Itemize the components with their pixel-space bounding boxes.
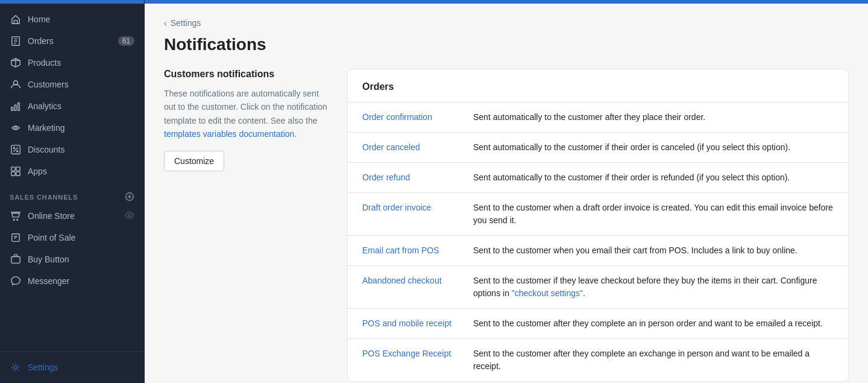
orders-icon [10, 35, 22, 47]
products-icon [10, 57, 22, 69]
sidebar-item-home[interactable]: Home [0, 8, 144, 30]
svg-point-11 [13, 147, 14, 148]
sidebar-label-apps: Apps [28, 166, 47, 176]
draft-order-invoice-link[interactable]: Draft order invoice [362, 201, 459, 227]
svg-rect-16 [16, 172, 20, 176]
svg-point-8 [14, 127, 17, 129]
sidebar-label-online-store: Online Store [28, 211, 75, 221]
two-col-layout: Customers notifications These notificati… [164, 69, 849, 382]
checkout-settings-link[interactable]: "checkout settings" [512, 288, 583, 298]
sidebar-label-buy-button: Buy Button [28, 255, 69, 264]
customers-notifications-title: Customers notifications [164, 69, 333, 80]
page-title: Notifications [164, 35, 849, 54]
pos-exchange-receipt-desc: Sent to the customer after they complete… [473, 347, 834, 373]
store-icon [10, 210, 22, 222]
sidebar-item-discounts[interactable]: Discounts [0, 139, 144, 160]
svg-rect-23 [12, 234, 20, 242]
orders-badge: 61 [118, 36, 134, 46]
sidebar-item-orders[interactable]: Orders 61 [0, 30, 144, 52]
sidebar-item-online-store[interactable]: Online Store [0, 205, 144, 227]
table-row: POS and mobile receipt Sent to the custo… [348, 309, 848, 339]
analytics-icon [10, 100, 22, 112]
sidebar-footer: Settings [0, 351, 144, 383]
sidebar-label-customers: Customers [28, 80, 69, 89]
sidebar-label-messenger: Messenger [28, 276, 69, 286]
main-content: ‹ Settings Notifications Customers notif… [145, 0, 868, 383]
breadcrumb-text: Settings [171, 18, 201, 28]
table-row: POS Exchange Receipt Sent to the custome… [348, 339, 848, 381]
table-row: Abandoned checkout Sent to the customer … [348, 266, 848, 309]
breadcrumb[interactable]: ‹ Settings [164, 18, 849, 28]
sidebar-nav: Home Orders 61 Products Customers [0, 4, 144, 351]
apps-icon [10, 165, 22, 177]
svg-rect-15 [11, 172, 15, 176]
settings-icon [10, 361, 22, 373]
templates-variables-link[interactable]: templates variables documentation [164, 129, 294, 139]
sales-channels-header: SALES CHANNELS [0, 182, 144, 205]
order-confirmation-desc: Sent automatically to the customer after… [473, 111, 834, 124]
svg-line-10 [13, 147, 17, 151]
table-row: Order refund Sent automatically to the c… [348, 163, 848, 193]
svg-rect-7 [18, 103, 20, 111]
customers-notifications-desc: These notifications are automatically se… [164, 87, 333, 141]
pos-mobile-receipt-link[interactable]: POS and mobile receipt [362, 317, 459, 330]
pos-exchange-receipt-link[interactable]: POS Exchange Receipt [362, 347, 459, 373]
add-sales-channel-icon[interactable] [125, 192, 134, 203]
customize-button[interactable]: Customize [164, 151, 224, 171]
sidebar-item-pos[interactable]: Point of Sale [0, 227, 144, 248]
svg-rect-13 [11, 167, 15, 171]
email-cart-pos-desc: Sent to the customer when you email thei… [473, 244, 834, 257]
buy-button-icon [10, 253, 22, 265]
sidebar: Home Orders 61 Products Customers [0, 0, 145, 383]
order-confirmation-link[interactable]: Order confirmation [362, 111, 459, 124]
svg-rect-24 [11, 257, 20, 264]
svg-point-20 [13, 219, 14, 220]
abandoned-checkout-link[interactable]: Abandoned checkout [362, 274, 459, 300]
sidebar-item-products[interactable]: Products [0, 52, 144, 74]
content-area: ‹ Settings Notifications Customers notif… [145, 4, 868, 383]
svg-point-25 [14, 366, 17, 369]
sidebar-item-marketing[interactable]: Marketing [0, 117, 144, 139]
sidebar-item-analytics[interactable]: Analytics [0, 95, 144, 117]
eye-icon[interactable] [125, 210, 134, 222]
sidebar-item-settings[interactable]: Settings [0, 356, 144, 378]
svg-rect-5 [11, 107, 13, 110]
discounts-icon [10, 144, 22, 156]
sidebar-item-buy-button[interactable]: Buy Button [0, 248, 144, 270]
sidebar-label-analytics: Analytics [28, 101, 61, 111]
sidebar-label-home: Home [28, 14, 50, 24]
order-canceled-link[interactable]: Order canceled [362, 141, 459, 154]
order-refund-link[interactable]: Order refund [362, 171, 459, 184]
left-panel: Customers notifications These notificati… [164, 69, 333, 171]
sidebar-item-messenger[interactable]: Messenger [0, 270, 144, 292]
svg-rect-14 [16, 167, 20, 171]
pos-icon [10, 232, 22, 244]
sidebar-item-apps[interactable]: Apps [0, 160, 144, 182]
orders-section-title: Orders [348, 69, 848, 103]
breadcrumb-chevron: ‹ [164, 18, 167, 28]
email-cart-pos-link[interactable]: Email cart from POS [362, 244, 459, 257]
table-row: Order canceled Sent automatically to the… [348, 133, 848, 163]
svg-point-21 [17, 219, 18, 220]
pos-mobile-receipt-desc: Sent to the customer after they complete… [473, 317, 834, 330]
svg-point-22 [128, 214, 131, 217]
table-row: Draft order invoice Sent to the customer… [348, 193, 848, 236]
sidebar-label-pos: Point of Sale [28, 233, 75, 242]
home-icon [10, 13, 22, 25]
order-refund-desc: Sent automatically to the customer if th… [473, 171, 834, 184]
sidebar-label-discounts: Discounts [28, 145, 64, 154]
abandoned-checkout-desc: Sent to the customer if they leave check… [473, 274, 834, 300]
sidebar-label-marketing: Marketing [28, 123, 64, 133]
messenger-icon [10, 275, 22, 287]
order-canceled-desc: Sent automatically to the customer if th… [473, 141, 834, 154]
sidebar-label-settings: Settings [28, 362, 58, 372]
sidebar-item-customers[interactable]: Customers [0, 74, 144, 95]
sidebar-label-products: Products [28, 58, 61, 68]
svg-rect-6 [14, 105, 16, 110]
svg-point-12 [17, 151, 18, 152]
table-row: Email cart from POS Sent to the customer… [348, 236, 848, 266]
table-row: Order confirmation Sent automatically to… [348, 103, 848, 133]
customers-icon [10, 78, 22, 90]
sidebar-label-orders: Orders [28, 36, 54, 46]
orders-panel: Orders Order confirmation Sent automatic… [347, 69, 849, 382]
